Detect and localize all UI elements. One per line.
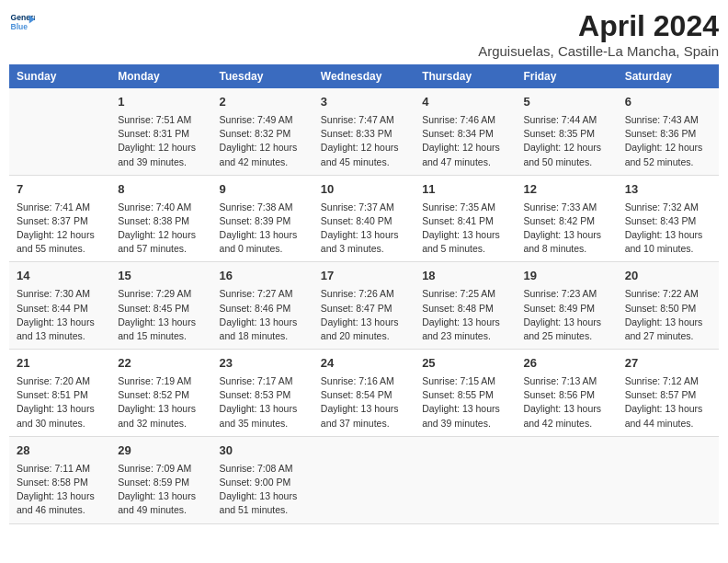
day-number: 21 bbox=[17, 355, 103, 373]
calendar-header-wednesday: Wednesday bbox=[313, 64, 415, 88]
calendar-cell: 26Sunrise: 7:13 AM Sunset: 8:56 PM Dayli… bbox=[516, 350, 617, 437]
calendar-cell: 21Sunrise: 7:20 AM Sunset: 8:51 PM Dayli… bbox=[9, 350, 110, 437]
day-number: 1 bbox=[118, 94, 204, 111]
day-number: 28 bbox=[17, 442, 103, 460]
cell-info: Sunrise: 7:16 AM Sunset: 8:54 PM Dayligh… bbox=[321, 374, 407, 431]
calendar-cell: 12Sunrise: 7:33 AM Sunset: 8:42 PM Dayli… bbox=[516, 175, 617, 262]
cell-info: Sunrise: 7:47 AM Sunset: 8:33 PM Dayligh… bbox=[321, 113, 407, 169]
cell-info: Sunrise: 7:12 AM Sunset: 8:57 PM Dayligh… bbox=[625, 374, 711, 431]
calendar-cell: 9Sunrise: 7:38 AM Sunset: 8:39 PM Daylig… bbox=[212, 175, 313, 262]
cell-info: Sunrise: 7:38 AM Sunset: 8:39 PM Dayligh… bbox=[220, 201, 306, 257]
calendar-cell: 7Sunrise: 7:41 AM Sunset: 8:37 PM Daylig… bbox=[9, 175, 110, 262]
calendar-cell: 29Sunrise: 7:09 AM Sunset: 8:59 PM Dayli… bbox=[110, 436, 211, 523]
calendar-cell: 10Sunrise: 7:37 AM Sunset: 8:40 PM Dayli… bbox=[313, 175, 415, 262]
calendar-week-1: 1Sunrise: 7:51 AM Sunset: 8:31 PM Daylig… bbox=[9, 88, 719, 175]
cell-info: Sunrise: 7:33 AM Sunset: 8:42 PM Dayligh… bbox=[523, 201, 609, 257]
cell-info: Sunrise: 7:30 AM Sunset: 8:44 PM Dayligh… bbox=[17, 287, 103, 343]
cell-info: Sunrise: 7:35 AM Sunset: 8:41 PM Dayligh… bbox=[422, 201, 508, 257]
day-number: 16 bbox=[220, 268, 306, 285]
calendar-cell: 11Sunrise: 7:35 AM Sunset: 8:41 PM Dayli… bbox=[415, 175, 516, 262]
day-number: 20 bbox=[625, 268, 711, 285]
cell-info: Sunrise: 7:20 AM Sunset: 8:51 PM Dayligh… bbox=[17, 374, 103, 431]
calendar-cell: 15Sunrise: 7:29 AM Sunset: 8:45 PM Dayli… bbox=[110, 262, 211, 350]
cell-info: Sunrise: 7:22 AM Sunset: 8:50 PM Dayligh… bbox=[625, 287, 711, 343]
calendar-cell bbox=[313, 436, 415, 523]
day-number: 9 bbox=[220, 181, 306, 199]
page-title: April 2024 bbox=[478, 9, 719, 43]
day-number: 25 bbox=[422, 355, 508, 373]
cell-info: Sunrise: 7:32 AM Sunset: 8:43 PM Dayligh… bbox=[625, 201, 711, 257]
svg-text:Blue: Blue bbox=[11, 22, 28, 31]
calendar-cell: 30Sunrise: 7:08 AM Sunset: 9:00 PM Dayli… bbox=[212, 436, 313, 523]
cell-info: Sunrise: 7:15 AM Sunset: 8:55 PM Dayligh… bbox=[422, 374, 508, 431]
calendar-cell: 23Sunrise: 7:17 AM Sunset: 8:53 PM Dayli… bbox=[212, 350, 313, 437]
cell-info: Sunrise: 7:23 AM Sunset: 8:49 PM Dayligh… bbox=[523, 287, 609, 343]
cell-info: Sunrise: 7:46 AM Sunset: 8:34 PM Dayligh… bbox=[422, 113, 508, 169]
cell-info: Sunrise: 7:13 AM Sunset: 8:56 PM Dayligh… bbox=[523, 374, 609, 431]
cell-info: Sunrise: 7:11 AM Sunset: 8:58 PM Dayligh… bbox=[17, 462, 103, 518]
calendar-cell bbox=[415, 436, 516, 523]
calendar-week-2: 7Sunrise: 7:41 AM Sunset: 8:37 PM Daylig… bbox=[9, 175, 719, 262]
logo-icon: General Blue bbox=[9, 9, 35, 35]
day-number: 11 bbox=[422, 181, 508, 199]
calendar-week-5: 28Sunrise: 7:11 AM Sunset: 8:58 PM Dayli… bbox=[9, 436, 719, 523]
calendar-cell: 8Sunrise: 7:40 AM Sunset: 8:38 PM Daylig… bbox=[110, 175, 211, 262]
calendar-cell: 2Sunrise: 7:49 AM Sunset: 8:32 PM Daylig… bbox=[212, 88, 313, 175]
calendar-cell: 27Sunrise: 7:12 AM Sunset: 8:57 PM Dayli… bbox=[618, 350, 719, 437]
cell-info: Sunrise: 7:29 AM Sunset: 8:45 PM Dayligh… bbox=[118, 287, 204, 343]
calendar-cell: 3Sunrise: 7:47 AM Sunset: 8:33 PM Daylig… bbox=[313, 88, 415, 175]
day-number: 7 bbox=[17, 181, 103, 199]
calendar-cell: 19Sunrise: 7:23 AM Sunset: 8:49 PM Dayli… bbox=[516, 262, 617, 350]
cell-info: Sunrise: 7:41 AM Sunset: 8:37 PM Dayligh… bbox=[17, 201, 103, 257]
day-number: 15 bbox=[118, 268, 204, 285]
calendar-cell: 16Sunrise: 7:27 AM Sunset: 8:46 PM Dayli… bbox=[212, 262, 313, 350]
calendar-week-3: 14Sunrise: 7:30 AM Sunset: 8:44 PM Dayli… bbox=[9, 262, 719, 350]
calendar-header-thursday: Thursday bbox=[415, 64, 516, 88]
calendar-cell: 24Sunrise: 7:16 AM Sunset: 8:54 PM Dayli… bbox=[313, 350, 415, 437]
cell-info: Sunrise: 7:25 AM Sunset: 8:48 PM Dayligh… bbox=[422, 287, 508, 343]
day-number: 29 bbox=[118, 442, 204, 460]
calendar-cell: 14Sunrise: 7:30 AM Sunset: 8:44 PM Dayli… bbox=[9, 262, 110, 350]
calendar-cell: 25Sunrise: 7:15 AM Sunset: 8:55 PM Dayli… bbox=[415, 350, 516, 437]
calendar-cell: 5Sunrise: 7:44 AM Sunset: 8:35 PM Daylig… bbox=[516, 88, 617, 175]
cell-info: Sunrise: 7:09 AM Sunset: 8:59 PM Dayligh… bbox=[118, 462, 204, 518]
cell-info: Sunrise: 7:37 AM Sunset: 8:40 PM Dayligh… bbox=[321, 201, 407, 257]
cell-info: Sunrise: 7:44 AM Sunset: 8:35 PM Dayligh… bbox=[523, 113, 609, 169]
day-number: 23 bbox=[220, 355, 306, 373]
day-number: 14 bbox=[17, 268, 103, 285]
calendar-week-4: 21Sunrise: 7:20 AM Sunset: 8:51 PM Dayli… bbox=[9, 350, 719, 437]
calendar-cell: 28Sunrise: 7:11 AM Sunset: 8:58 PM Dayli… bbox=[9, 436, 110, 523]
day-number: 27 bbox=[625, 355, 711, 373]
calendar-cell: 17Sunrise: 7:26 AM Sunset: 8:47 PM Dayli… bbox=[313, 262, 415, 350]
day-number: 22 bbox=[118, 355, 204, 373]
day-number: 10 bbox=[321, 181, 407, 199]
calendar-cell: 18Sunrise: 7:25 AM Sunset: 8:48 PM Dayli… bbox=[415, 262, 516, 350]
day-number: 24 bbox=[321, 355, 407, 373]
header: General Blue April 2024 Arguisuelas, Cas… bbox=[9, 9, 719, 59]
day-number: 26 bbox=[523, 355, 609, 373]
calendar-header-sunday: Sunday bbox=[9, 64, 110, 88]
day-number: 5 bbox=[523, 94, 609, 111]
cell-info: Sunrise: 7:43 AM Sunset: 8:36 PM Dayligh… bbox=[625, 113, 711, 169]
calendar-cell: 6Sunrise: 7:43 AM Sunset: 8:36 PM Daylig… bbox=[618, 88, 719, 175]
calendar-cell bbox=[618, 436, 719, 523]
calendar-cell: 20Sunrise: 7:22 AM Sunset: 8:50 PM Dayli… bbox=[618, 262, 719, 350]
cell-info: Sunrise: 7:40 AM Sunset: 8:38 PM Dayligh… bbox=[118, 201, 204, 257]
calendar-cell: 13Sunrise: 7:32 AM Sunset: 8:43 PM Dayli… bbox=[618, 175, 719, 262]
day-number: 8 bbox=[118, 181, 204, 199]
day-number: 13 bbox=[625, 181, 711, 199]
day-number: 3 bbox=[321, 94, 407, 111]
cell-info: Sunrise: 7:51 AM Sunset: 8:31 PM Dayligh… bbox=[118, 113, 204, 169]
page-subtitle: Arguisuelas, Castille-La Mancha, Spain bbox=[478, 43, 719, 59]
calendar-cell bbox=[9, 88, 110, 175]
calendar-header-saturday: Saturday bbox=[618, 64, 719, 88]
cell-info: Sunrise: 7:17 AM Sunset: 8:53 PM Dayligh… bbox=[220, 374, 306, 431]
calendar-cell: 4Sunrise: 7:46 AM Sunset: 8:34 PM Daylig… bbox=[415, 88, 516, 175]
logo: General Blue bbox=[9, 9, 35, 35]
cell-info: Sunrise: 7:08 AM Sunset: 9:00 PM Dayligh… bbox=[220, 462, 306, 518]
title-area: April 2024 Arguisuelas, Castille-La Manc… bbox=[478, 9, 719, 59]
day-number: 12 bbox=[523, 181, 609, 199]
calendar-cell bbox=[516, 436, 617, 523]
day-number: 4 bbox=[422, 94, 508, 111]
calendar-table: SundayMondayTuesdayWednesdayThursdayFrid… bbox=[9, 64, 719, 524]
